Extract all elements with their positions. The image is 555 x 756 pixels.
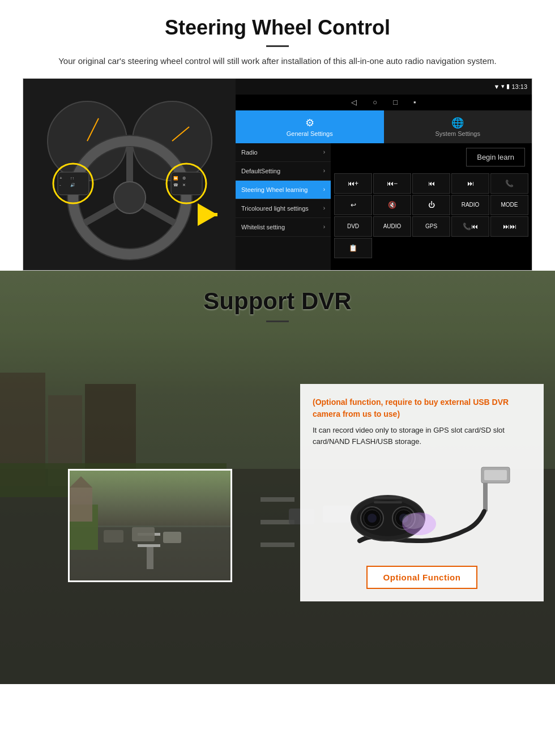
steering-subtitle: Your original car's steering wheel contr…	[45, 55, 510, 68]
menu-whitelist-arrow: ›	[323, 224, 325, 230]
settings-tabs: ⚙ General Settings 🌐 System Settings	[236, 110, 532, 143]
svg-text:↑↑: ↑↑	[70, 176, 74, 180]
dvr-camera-illustration	[313, 456, 531, 558]
dvr-section: Support DVR (Optio	[0, 271, 555, 684]
ctrl-mode[interactable]: MODE	[490, 195, 528, 215]
preview-scene-svg	[70, 471, 232, 582]
svg-text:🔊: 🔊	[70, 182, 75, 187]
settings-content: Begin learn ⏮+ ⏮− ⏮ ⏭ 📞 ↩ 🔇 ⏻ RADIO	[331, 143, 532, 270]
general-settings-icon: ⚙	[305, 117, 314, 129]
android-statusbar: ▼ ▾ ▮ 13:13	[236, 79, 532, 95]
ctrl-vol-up[interactable]: ⏮+	[334, 173, 372, 194]
ctrl-vol-down[interactable]: ⏮−	[373, 173, 411, 194]
svg-rect-39	[138, 544, 160, 547]
svg-text:⏩: ⏩	[173, 176, 178, 181]
ctrl-mute[interactable]: 🔇	[373, 195, 411, 215]
svg-point-60	[402, 513, 425, 529]
signal-icon: ▼	[494, 83, 500, 90]
menu-tricolour-label: Tricoloured light settings	[241, 205, 309, 212]
dvr-preview-thumbnail	[68, 469, 232, 582]
steering-section: Steering Wheel Control Your original car…	[0, 0, 555, 271]
svg-point-10	[114, 182, 146, 213]
steering-demo: + - ↑↑ 🔊 ⏩ ⚙ ☎ ✕	[23, 78, 532, 271]
svg-rect-24	[198, 213, 217, 216]
battery-icon: ▮	[506, 83, 510, 90]
svg-text:+: +	[59, 176, 62, 181]
svg-rect-48	[483, 483, 488, 511]
settings-body: Radio › DefaultSetting › Steering Wheel …	[236, 143, 532, 270]
camera-svg	[331, 462, 513, 552]
settings-menu: Radio › DefaultSetting › Steering Wheel …	[236, 143, 331, 270]
tab-system-label: System Settings	[436, 130, 480, 137]
menu-item-steering[interactable]: Steering Wheel learning ›	[236, 181, 331, 199]
menu-radio-arrow: ›	[323, 149, 325, 155]
menu-steering-label: Steering Wheel learning	[241, 186, 308, 193]
ctrl-phone[interactable]: 📞	[490, 173, 528, 194]
ctrl-prev[interactable]: ⏮	[412, 173, 450, 194]
optional-function-button[interactable]: Optional Function	[366, 566, 478, 589]
menu-steering-arrow: ›	[323, 186, 325, 193]
svg-text:✕: ✕	[182, 183, 186, 187]
menu-item-whitelist[interactable]: Whitelist setting ›	[236, 218, 331, 237]
android-nav: ◁ ○ □ ▪	[236, 95, 532, 110]
ctrl-back[interactable]: ↩	[334, 195, 372, 215]
ctrl-list[interactable]: 📋	[334, 238, 372, 258]
menu-tricolour-arrow: ›	[323, 205, 325, 211]
dvr-description: It can record video only to storage in G…	[313, 425, 531, 449]
svg-rect-40	[104, 530, 123, 543]
dvr-info-box: (Optional function, require to buy exter…	[300, 384, 544, 602]
status-time: 13:13	[511, 83, 527, 90]
tab-general-label: General Settings	[287, 130, 333, 137]
svg-marker-45	[70, 476, 92, 488]
ctrl-next[interactable]: ⏭	[451, 173, 489, 194]
system-settings-icon: 🌐	[451, 117, 464, 129]
svg-text:-: -	[59, 182, 61, 187]
back-nav-icon[interactable]: ◁	[351, 98, 357, 106]
svg-text:⚙: ⚙	[182, 176, 186, 180]
begin-learn-button[interactable]: Begin learn	[466, 148, 525, 166]
ctrl-audio[interactable]: AUDIO	[373, 216, 411, 237]
tab-general[interactable]: ⚙ General Settings	[236, 110, 384, 143]
menu-radio-label: Radio	[241, 149, 258, 156]
steering-title: Steering Wheel Control	[23, 16, 532, 40]
control-buttons-grid: ⏮+ ⏮− ⏮ ⏭ 📞 ↩ 🔇 ⏻ RADIO MODE DVD AUDIO G…	[331, 171, 532, 260]
dvr-optional-text: (Optional function, require to buy exter…	[313, 396, 531, 420]
statusbar-icons: ▼ ▾ ▮ 13:13	[494, 83, 527, 90]
begin-learn-row: Begin learn	[331, 143, 532, 171]
svg-point-53	[368, 514, 377, 523]
ctrl-power[interactable]: ⏻	[412, 195, 450, 215]
dvr-title-divider	[266, 321, 289, 322]
steering-photo: + - ↑↑ 🔊 ⏩ ⚙ ☎ ✕	[23, 79, 236, 271]
dvr-title: Support DVR	[0, 288, 555, 315]
svg-rect-57	[374, 497, 402, 499]
svg-rect-42	[163, 532, 181, 543]
svg-rect-44	[70, 488, 92, 522]
menu-nav-icon[interactable]: ▪	[413, 98, 416, 106]
menu-item-tricolour[interactable]: Tricoloured light settings ›	[236, 199, 331, 218]
tab-system[interactable]: 🌐 System Settings	[384, 110, 532, 143]
ctrl-gps[interactable]: GPS	[412, 216, 450, 237]
ctrl-skip-next[interactable]: ⏭⏭	[490, 216, 528, 237]
menu-item-defaultsetting[interactable]: DefaultSetting ›	[236, 162, 331, 181]
svg-rect-41	[132, 527, 155, 541]
menu-whitelist-label: Whitelist setting	[241, 224, 285, 230]
ctrl-dvd[interactable]: DVD	[334, 216, 372, 237]
dvr-content: Support DVR	[0, 271, 555, 322]
svg-rect-47	[484, 470, 507, 480]
wifi-icon: ▾	[501, 83, 505, 90]
svg-text:☎: ☎	[173, 183, 178, 187]
title-divider-1	[266, 45, 289, 47]
steering-wheel-svg: + - ↑↑ 🔊 ⏩ ⚙ ☎ ✕	[31, 84, 229, 266]
recent-nav-icon[interactable]: □	[393, 98, 398, 106]
android-panel: ▼ ▾ ▮ 13:13 ◁ ○ □ ▪ ⚙ General Settings	[236, 79, 532, 270]
home-nav-icon[interactable]: ○	[373, 98, 377, 106]
ctrl-radio[interactable]: RADIO	[451, 195, 489, 215]
menu-defaultsetting-label: DefaultSetting	[241, 168, 280, 174]
ctrl-phone-prev[interactable]: 📞⏮	[451, 216, 489, 237]
menu-defaultsetting-arrow: ›	[323, 168, 325, 174]
svg-rect-58	[374, 501, 402, 503]
dvr-preview-inner	[70, 471, 230, 580]
menu-item-radio[interactable]: Radio ›	[236, 143, 331, 162]
